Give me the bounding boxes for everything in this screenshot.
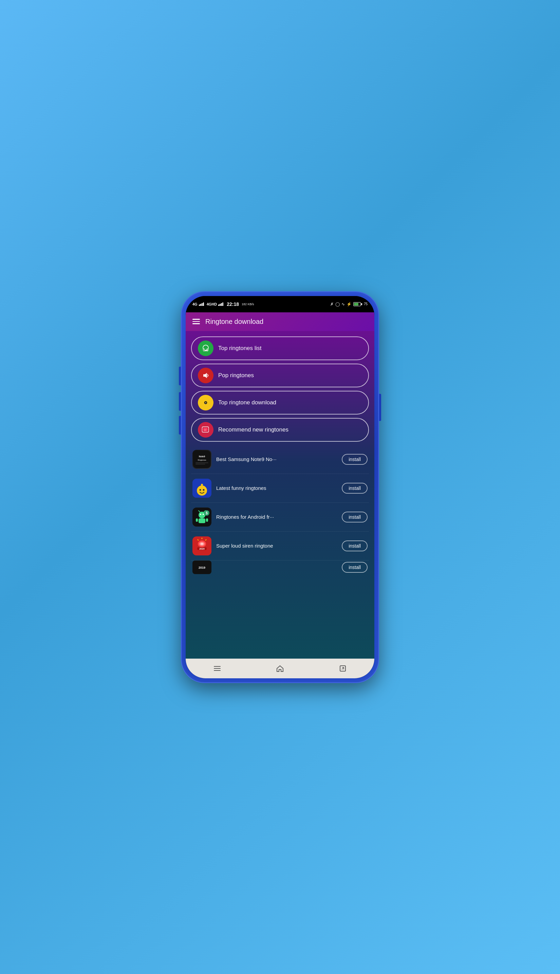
nav-back-button[interactable]	[336, 662, 350, 675]
time-label: 22:18	[227, 302, 239, 307]
svg-point-28	[203, 514, 204, 515]
app-name-funny: Latest funny ringtones	[216, 485, 337, 491]
app-icon-2019: 2019	[192, 560, 212, 574]
app-header: Ringtone download	[186, 312, 374, 331]
alarm-icon: ◯	[335, 302, 340, 307]
svg-marker-5	[203, 373, 207, 378]
bar4	[203, 302, 204, 306]
svg-text:$: $	[206, 511, 208, 515]
top-ringtones-label: Top ringtones list	[218, 345, 262, 352]
nav-home-button[interactable]	[273, 662, 287, 675]
status-left: 4G 4GHD 22:18 182 KB/s	[192, 302, 254, 307]
battery-icon	[353, 302, 362, 306]
app-name-android: Ringtones for Android fr···	[216, 514, 337, 520]
signal-bars-2	[218, 302, 223, 306]
app-main: Top ringtones list Pop ringtones	[186, 331, 374, 659]
status-right: ✗ ◯ ∿ ⚡ 75	[330, 302, 368, 307]
svg-text:2020: 2020	[199, 548, 205, 550]
network2-label: 4GHD	[207, 302, 217, 306]
svg-point-27	[200, 514, 201, 515]
hamburger-line-3	[192, 323, 200, 324]
top-download-label: Top ringtone download	[218, 399, 276, 406]
phone-device: 4G 4GHD 22:18 182 KB/s	[182, 292, 378, 682]
bar1	[199, 305, 200, 306]
svg-point-4	[203, 350, 204, 351]
app-name-note9: Best Samsung Note9 No···	[216, 456, 337, 462]
svg-text:Note9: Note9	[199, 455, 205, 458]
hamburger-line-1	[192, 319, 200, 320]
network1-label: 4G	[192, 302, 198, 306]
svg-rect-31	[198, 519, 205, 523]
bar4b	[222, 302, 223, 306]
install-button-android[interactable]: install	[342, 512, 368, 522]
top-download-button[interactable]: ♪ Top ringtone download	[191, 391, 369, 415]
battery-label: 75	[364, 302, 368, 306]
svg-point-22	[200, 489, 201, 490]
svg-point-24	[201, 484, 203, 486]
charging-icon: ⚡	[347, 302, 352, 307]
hamburger-line-2	[192, 321, 200, 322]
bar3	[202, 303, 203, 306]
app-list-item-note9[interactable]: Note9 Ringtones Best Samsung Note9 No···…	[191, 445, 369, 474]
svg-rect-19	[195, 464, 205, 464]
svg-rect-33	[206, 519, 208, 522]
bar1b	[218, 305, 219, 306]
speaker-icon	[198, 368, 213, 383]
app-icon-android: $	[192, 507, 212, 527]
top-ringtones-button[interactable]: Top ringtones list	[191, 337, 369, 360]
bar2b	[220, 304, 221, 306]
phone-screen: 4G 4GHD 22:18 182 KB/s	[186, 296, 374, 678]
bar2	[200, 304, 201, 306]
svg-point-3	[203, 349, 204, 350]
speed-label: 182 KB/s	[242, 302, 254, 306]
app-icon-siren: 2020	[192, 536, 212, 555]
svg-point-39	[201, 543, 203, 545]
signal-bars-1	[199, 302, 204, 306]
music-note-icon: ♪	[198, 395, 213, 410]
svg-text:Ringtones: Ringtones	[198, 459, 206, 461]
install-button-2019[interactable]: install	[342, 562, 368, 573]
app-icon-note9: Note9 Ringtones	[192, 450, 212, 469]
recommend-label: Recommend new ringtones	[218, 426, 288, 433]
install-button-note9[interactable]: install	[342, 454, 368, 465]
bluetooth-icon: ✗	[330, 302, 333, 307]
svg-text:♫: ♫	[204, 428, 206, 431]
app-name-siren: Super loud siren ringtone	[216, 543, 337, 549]
nav-bar	[186, 659, 374, 678]
svg-point-21	[197, 485, 207, 496]
app-list-item-siren[interactable]: 2020 Super loud siren ringtone install	[191, 532, 369, 560]
pop-ringtones-label: Pop ringtones	[218, 372, 254, 379]
camera-notch	[263, 296, 297, 304]
recommend-button[interactable]: ♫ Recommend new ringtones	[191, 418, 369, 442]
svg-point-23	[203, 489, 205, 490]
app-list-item-android[interactable]: $ Ringtones for Android fr··· install	[191, 503, 369, 532]
svg-rect-18	[195, 462, 208, 463]
app-icon-funny	[192, 479, 212, 498]
nav-menu-button[interactable]	[210, 662, 224, 675]
app-list-item-funny[interactable]: Latest funny ringtones install	[191, 474, 369, 503]
headphones-icon	[198, 340, 213, 356]
svg-rect-32	[196, 519, 198, 522]
app-title: Ringtone download	[205, 318, 263, 325]
app-list-item-2019[interactable]: 2019 install	[191, 560, 369, 574]
app-content: Ringtone download	[186, 312, 374, 678]
svg-text:♪: ♪	[205, 401, 206, 404]
install-button-funny[interactable]: install	[342, 483, 368, 494]
install-button-siren[interactable]: install	[342, 540, 368, 551]
svg-text:2019: 2019	[198, 566, 205, 569]
svg-point-6	[207, 375, 209, 376]
bar3b	[221, 303, 222, 306]
svg-line-51	[342, 667, 344, 669]
wifi-icon: ∿	[342, 302, 345, 307]
app-list: Note9 Ringtones Best Samsung Note9 No···…	[191, 445, 369, 574]
rec-icon: ♫	[198, 422, 213, 438]
pop-ringtones-button[interactable]: Pop ringtones	[191, 364, 369, 387]
hamburger-menu-button[interactable]	[192, 319, 200, 324]
